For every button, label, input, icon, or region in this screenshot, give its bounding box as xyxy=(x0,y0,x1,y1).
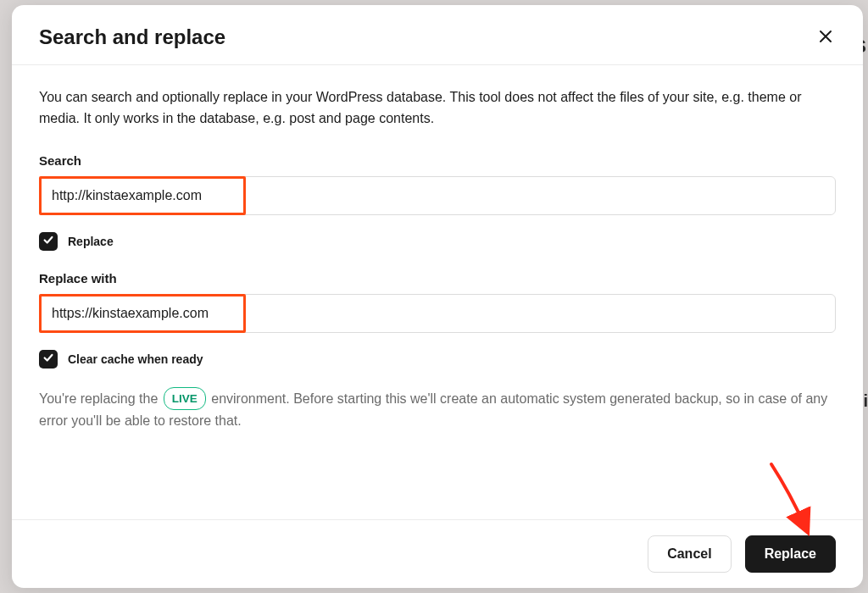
live-badge: LIVE xyxy=(164,387,206,411)
clear-cache-checkbox-row: Clear cache when ready xyxy=(39,350,836,369)
modal-header: Search and replace xyxy=(12,5,863,65)
modal-footer: Cancel Replace xyxy=(12,519,863,588)
search-field-group: Search xyxy=(39,153,836,215)
info-text-prefix: You're replacing the xyxy=(39,391,162,406)
replace-with-label: Replace with xyxy=(39,271,836,285)
search-replace-modal: Search and replace You can search and op… xyxy=(12,5,863,588)
modal-description: You can search and optionally replace in… xyxy=(39,87,836,130)
replace-checkbox[interactable] xyxy=(39,232,58,251)
close-icon xyxy=(819,30,832,46)
replace-checkbox-label[interactable]: Replace xyxy=(68,235,114,248)
replace-button[interactable]: Replace xyxy=(745,535,836,573)
close-button[interactable] xyxy=(815,27,836,47)
environment-info: You're replacing the LIVE environment. B… xyxy=(39,387,836,432)
check-icon xyxy=(42,352,54,367)
modal-body: You can search and optionally replace in… xyxy=(12,65,863,519)
clear-cache-checkbox-label[interactable]: Clear cache when ready xyxy=(68,352,203,366)
replace-with-field-group: Replace with xyxy=(39,271,836,333)
replace-checkbox-row: Replace xyxy=(39,232,836,251)
modal-title: Search and replace xyxy=(39,25,225,49)
cancel-button[interactable]: Cancel xyxy=(648,535,731,573)
replace-with-input[interactable] xyxy=(39,294,836,333)
search-label: Search xyxy=(39,153,836,168)
search-input[interactable] xyxy=(39,176,836,215)
check-icon xyxy=(42,234,54,249)
clear-cache-checkbox[interactable] xyxy=(39,350,58,369)
